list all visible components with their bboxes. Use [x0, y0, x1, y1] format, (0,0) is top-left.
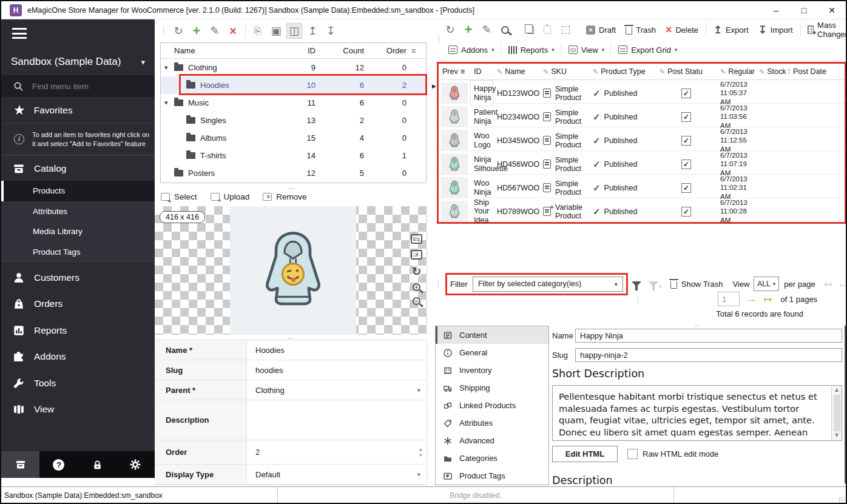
form-field-order[interactable]: 2▲▼ — [247, 440, 427, 464]
per-page-select[interactable]: ALL ▾ — [754, 277, 779, 291]
tab-linked-products[interactable]: Linked Products — [436, 397, 548, 414]
remove-image-button[interactable]: Remove — [263, 192, 306, 201]
column-header-name[interactable]: Name — [161, 46, 280, 55]
upload-image-button[interactable]: Upload — [211, 192, 250, 201]
column-header-post-statu[interactable]: ✎Post Statu — [656, 67, 717, 76]
column-header-stock-statu[interactable]: ✎Stock Statu — [755, 67, 789, 76]
stock-checkbox[interactable]: ✓ — [681, 112, 691, 122]
product-row-patient-ninja[interactable]: 50Patient NinjaHD234WOOSimple Product✓Pu… — [439, 104, 845, 127]
pagination-handle[interactable]: ⋮ — [634, 295, 643, 304]
import-button[interactable]: ↧Import — [754, 22, 797, 38]
category-row-clothing[interactable]: ▾Clothing9120 — [161, 59, 426, 76]
resize-grip[interactable] — [839, 497, 845, 503]
search-products-button[interactable] — [497, 22, 513, 38]
tab-general[interactable]: General — [436, 344, 548, 361]
zoom-out-icon[interactable]: − — [413, 297, 420, 305]
show-trash-button[interactable]: Show Trash — [670, 279, 723, 289]
catalog-shortcut-button[interactable] — [1, 451, 39, 478]
next-page-icon[interactable]: → — [747, 294, 757, 304]
split-view-button[interactable]: ◫ — [286, 23, 302, 39]
stock-checkbox[interactable]: ✓ — [681, 183, 691, 193]
editor-scrollbar[interactable]: ▲ ▼ — [831, 386, 842, 440]
sidebar-item-view[interactable]: View — [1, 397, 155, 423]
sidebar-item-favorites[interactable]: ★ Favorites — [1, 97, 155, 124]
column-header-name[interactable]: ✎Name — [493, 67, 539, 76]
lock-button[interactable] — [78, 451, 116, 478]
image-resize-handle[interactable]: ... — [155, 335, 428, 340]
column-header-prev[interactable]: Prev ≡ — [439, 67, 470, 76]
product-row-ship-your-idea[interactable]: 40Ship Your IdeaHD789WOOVariable Product… — [439, 198, 845, 222]
refresh-products-button[interactable]: ↻ — [442, 22, 458, 38]
open-external-icon[interactable]: ↗ — [411, 250, 422, 260]
help-button[interactable]: ? — [39, 451, 78, 478]
export-grid-dropdown[interactable]: Export Grid▾ — [612, 42, 683, 57]
add-product-button[interactable]: + — [461, 22, 476, 38]
view-dropdown[interactable]: View▾ — [562, 42, 611, 57]
category-row-posters[interactable]: Posters1250 — [161, 164, 426, 182]
product-row-woo-logo[interactable]: 60Woo LogoHD345WOOSimple Product✓Publish… — [439, 127, 845, 151]
product-name-input[interactable]: Happy Ninja — [575, 329, 842, 343]
tab-categories[interactable]: Categories — [436, 449, 548, 467]
close-button[interactable]: ✕ — [818, 1, 846, 19]
maximize-button[interactable]: □ — [790, 1, 818, 19]
stock-checkbox[interactable]: ✓ — [681, 136, 691, 146]
product-row-happy-ninja[interactable]: 53Happy NinjaHD123WOOSimple Product✓Publ… — [439, 80, 845, 104]
draft-button[interactable]: ×Draft — [582, 22, 620, 38]
export-button[interactable]: ↥Export — [709, 22, 753, 38]
refresh-button[interactable]: ↻ — [170, 23, 186, 39]
detail-scrollbar[interactable] — [845, 326, 846, 483]
minimize-button[interactable]: – — [762, 1, 790, 19]
stock-checkbox[interactable]: ✓ — [681, 207, 691, 217]
copy-icon[interactable] — [521, 22, 537, 38]
raw-html-checkbox[interactable] — [627, 449, 638, 459]
scroll-up-icon[interactable]: ▲ — [835, 387, 839, 394]
select-special-icon[interactable] — [558, 22, 573, 38]
last-page-icon[interactable]: ↦ — [764, 294, 772, 305]
edit-category-button[interactable]: ✎ — [207, 23, 223, 39]
sidebar-item-addons[interactable]: Addons — [1, 344, 155, 371]
sidebar-item-products[interactable]: Products — [1, 181, 155, 201]
column-header-id[interactable]: ID — [470, 67, 493, 76]
trash-button[interactable]: Trash — [621, 22, 660, 38]
image-button[interactable]: ▣ — [268, 23, 284, 39]
detail-resize-handle[interactable]: ... — [552, 323, 842, 328]
chevron-down-icon[interactable]: ▾ — [417, 386, 420, 394]
select-image-button[interactable]: Select — [161, 192, 197, 201]
chevron-down-icon[interactable]: ▾ — [164, 99, 170, 107]
form-field-display-type[interactable]: Default▾ — [247, 465, 427, 484]
delete-category-button[interactable]: × — [225, 23, 241, 39]
sort-icon[interactable]: ≡ — [411, 47, 426, 55]
export-categories-button[interactable]: ↥ — [305, 23, 320, 39]
column-header-product-type[interactable]: ✎Product Type — [589, 67, 656, 76]
column-header-sku[interactable]: ✎SKU — [539, 67, 589, 76]
mass-changer-button[interactable]: Mass Changer — [803, 22, 847, 38]
reports-dropdown[interactable]: Reports▾ — [502, 42, 561, 57]
stock-checkbox[interactable]: ✓ — [681, 160, 691, 169]
tab-product-tags[interactable]: Product Tags — [436, 467, 548, 485]
product-slug-input[interactable]: happy-ninja-2 — [575, 348, 842, 362]
product-row-woo-ninja[interactable]: 47Woo NinjaHD567WOOSimple Product✓Publis… — [439, 175, 845, 198]
column-header-post-date[interactable]: Post Date — [789, 67, 845, 76]
spinner-down-icon[interactable]: ▼ — [419, 453, 423, 457]
sidebar-item-attributes[interactable]: Attributes — [1, 201, 155, 222]
column-header-count[interactable]: Count — [320, 46, 369, 55]
page-number-input[interactable]: 1 — [718, 292, 740, 306]
order-spinner[interactable]: ▲▼ — [419, 440, 423, 464]
chevron-down-icon[interactable]: ▾ — [164, 64, 170, 72]
delete-button[interactable]: ×Delete — [661, 22, 703, 38]
product-row-ninja-silhouette[interactable]: 56Ninja SilhouetteHD456WOOSimple Product… — [439, 151, 845, 175]
category-row-hoodies[interactable]: Hoodies1062 — [161, 76, 426, 94]
sidebar-item-reports[interactable]: Reports — [1, 317, 155, 344]
menu-search-input[interactable]: Find menu item — [1, 75, 155, 97]
tab-attributes[interactable]: Attributes — [436, 414, 548, 432]
apply-filter-icon[interactable] — [632, 281, 641, 287]
form-field-name-[interactable]: Hoodies — [247, 340, 427, 360]
toolbar-handle[interactable]: ⋮ — [160, 27, 168, 36]
scroll-down-icon[interactable]: ▼ — [835, 432, 839, 439]
store-profile-selector[interactable]: Sandbox (Sample Data) ▾ — [1, 51, 155, 73]
category-row-music[interactable]: ▾Music1160 — [161, 94, 426, 112]
category-row-t-shirts[interactable]: T-shirts1461 — [161, 147, 426, 164]
hamburger-menu-button[interactable] — [12, 28, 27, 39]
column-header-id[interactable]: ID — [280, 46, 320, 55]
add-category-button[interactable]: + — [189, 23, 204, 39]
